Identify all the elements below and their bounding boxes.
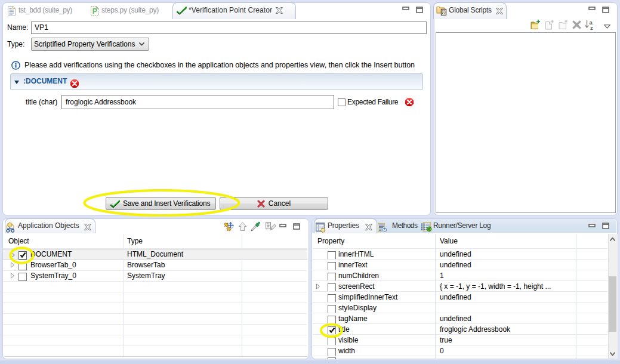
svg-text:z: z <box>590 24 593 30</box>
svg-text:M: M <box>383 228 387 232</box>
svg-text:P: P <box>92 7 97 16</box>
